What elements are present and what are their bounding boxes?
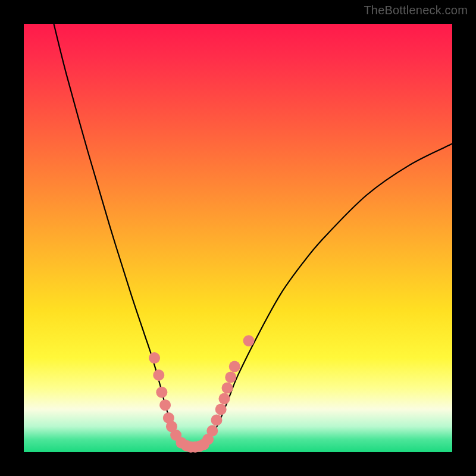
curve-marker xyxy=(159,399,171,411)
watermark-label: TheBottleneck.com xyxy=(364,4,468,17)
chart-frame: TheBottleneck.com xyxy=(0,0,476,476)
plot-area xyxy=(24,24,452,452)
curve-marker xyxy=(218,393,230,405)
bottleneck-curve xyxy=(54,24,452,448)
curve-marker xyxy=(156,387,167,398)
curve-svg xyxy=(24,24,452,452)
curve-marker xyxy=(243,335,255,346)
curve-markers xyxy=(149,335,254,453)
curve-marker xyxy=(211,415,223,426)
curve-marker xyxy=(225,372,236,383)
curve-marker xyxy=(206,425,218,437)
curve-marker xyxy=(229,361,240,372)
curve-marker xyxy=(222,383,233,394)
curve-marker xyxy=(149,352,160,364)
curve-marker xyxy=(215,404,227,415)
curve-marker xyxy=(153,369,164,381)
